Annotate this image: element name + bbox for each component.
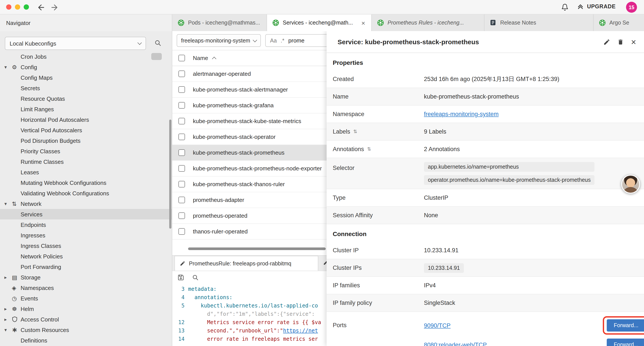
service-row[interactable]: prometheus-adapter <box>172 192 326 208</box>
notification-count-badge[interactable]: 15 <box>626 2 637 13</box>
editor-tab[interactable]: Prometheus Rules - icecheng... <box>372 14 484 31</box>
sidebar-item[interactable]: Custom Resources <box>0 325 172 335</box>
sidebar-item[interactable]: Runtime Classes <box>0 156 172 167</box>
sidebar-item[interactable]: Port Forwarding <box>0 262 172 272</box>
tree-chevron-icon[interactable] <box>4 327 12 333</box>
expand-collapse-icon[interactable] <box>353 129 357 134</box>
sidebar-item[interactable]: Endpoints <box>0 219 172 230</box>
sidebar-item[interactable]: Storage <box>0 272 172 283</box>
row-checkbox[interactable] <box>178 165 185 172</box>
tree-chevron-icon[interactable] <box>4 317 12 322</box>
service-row[interactable]: kube-prometheus-stack-alertmanager <box>172 82 326 98</box>
sidebar-item[interactable]: Resource Quotas <box>0 93 172 104</box>
editor-tab[interactable]: Argo Se <box>594 14 644 31</box>
name-column-header[interactable]: Name <box>193 55 208 61</box>
upgrade-button[interactable]: UPGRADE <box>577 3 616 10</box>
sidebar-item[interactable]: Config Maps <box>0 72 172 83</box>
sidebar-item[interactable]: Limit Ranges <box>0 104 172 114</box>
forward-arrow-icon[interactable] <box>50 3 59 12</box>
list-search-input[interactable]: Aa .* prome <box>265 34 326 47</box>
service-row[interactable]: thanos-ruler-operated <box>172 224 326 240</box>
dock-tab[interactable]: PrometheusRule: freeleaps-prod-rabbitmq <box>174 256 318 271</box>
service-row[interactable]: kube-prometheus-stack-operator <box>172 129 326 145</box>
row-checkbox[interactable] <box>178 228 185 235</box>
delete-trash-icon[interactable] <box>618 38 624 45</box>
editor-tab[interactable]: Pods - icecheng@mathmas... <box>172 14 267 31</box>
match-case-toggle[interactable]: Aa <box>270 37 277 43</box>
sort-ascending-icon[interactable] <box>212 57 216 61</box>
tree-chevron-icon[interactable] <box>4 274 12 280</box>
sidebar-item[interactable]: Namespaces <box>0 283 172 293</box>
service-row[interactable]: kube-prometheus-stack-kube-state-metrics <box>172 113 326 129</box>
sidebar-item[interactable]: Cron Jobs <box>0 51 172 62</box>
tree-chevron-icon[interactable] <box>4 306 12 312</box>
labels-count[interactable]: 9 Labels <box>424 128 446 135</box>
yaml-editor[interactable]: 3 metadata: 4 annotations: 5 kubectl.kub… <box>172 284 326 346</box>
port-forward-button[interactable]: Forward... <box>607 339 644 346</box>
port-row: 8080:reloader-web/TCP Forward... <box>424 335 644 346</box>
minimize-window-button[interactable] <box>15 4 20 10</box>
sidebar-item[interactable]: Vertical Pod Autoscalers <box>0 125 172 135</box>
sidebar-item[interactable]: Horizontal Pod Autoscalers <box>0 114 172 125</box>
service-row[interactable]: prometheus-operated <box>172 208 326 224</box>
save-icon[interactable] <box>178 274 184 281</box>
row-checkbox[interactable] <box>178 86 185 93</box>
close-icon[interactable] <box>631 37 636 46</box>
tree-chevron-icon[interactable] <box>4 64 12 70</box>
service-row[interactable]: kube-prometheus-stack-prometheus <box>172 145 326 161</box>
editor-tab[interactable]: Services - icecheng@math... <box>267 14 372 31</box>
regex-toggle[interactable]: .* <box>281 37 284 43</box>
sidebar-item[interactable]: Pod Disruption Budgets <box>0 135 172 146</box>
maximize-window-button[interactable] <box>24 4 29 10</box>
sidebar-item[interactable]: Ingresses <box>0 230 172 240</box>
select-all-checkbox[interactable] <box>178 55 185 61</box>
sidebar-item[interactable]: Mutating Webhook Configurations <box>0 177 172 188</box>
namespace-link[interactable]: freeleaps-monitoring-system <box>424 111 499 117</box>
kubeconfig-selector[interactable]: Local Kubeconfigs <box>5 37 146 50</box>
row-checkbox[interactable] <box>178 212 185 219</box>
sidebar-item[interactable]: Secrets <box>0 83 172 93</box>
service-row[interactable]: kube-prometheus-stack-thanos-ruler <box>172 177 326 192</box>
back-arrow-icon[interactable] <box>37 3 46 12</box>
editor-tab[interactable]: Release Notes <box>484 14 594 31</box>
sidebar-item[interactable]: Network <box>0 198 172 209</box>
row-checkbox[interactable] <box>178 102 185 109</box>
sidebar-item[interactable]: Config <box>0 62 172 72</box>
sidebar-scrollbar-thumb[interactable] <box>169 120 172 229</box>
user-avatar[interactable] <box>621 175 640 194</box>
port-link[interactable]: 8080:reloader-web/TCP <box>424 342 568 346</box>
annotations-count[interactable]: 2 Annotations <box>424 146 460 152</box>
tree-chevron-icon[interactable] <box>4 201 12 207</box>
sidebar-item[interactable]: Network Policies <box>0 251 172 262</box>
edit-pencil-icon[interactable] <box>604 38 610 45</box>
search-icon[interactable] <box>154 39 161 46</box>
service-row[interactable]: kube-prometheus-stack-prometheus-node-ex… <box>172 161 326 177</box>
service-row[interactable]: alertmanager-operated <box>172 66 326 82</box>
sidebar-item[interactable]: Ingress Classes <box>0 240 172 251</box>
port-forward-button[interactable]: Forward... <box>607 319 644 332</box>
close-window-button[interactable] <box>6 4 12 10</box>
row-checkbox[interactable] <box>178 134 185 140</box>
namespace-filter-dropdown[interactable]: freeleaps-monitoring-system <box>177 34 261 47</box>
service-row[interactable]: kube-prometheus-stack-grafana <box>172 98 326 113</box>
sidebar-item[interactable]: Events <box>0 293 172 304</box>
sidebar-item[interactable]: Leases <box>0 167 172 177</box>
sidebar-item[interactable]: Validating Webhook Configurations <box>0 188 172 198</box>
row-checkbox[interactable] <box>178 197 185 203</box>
sidebar-item[interactable]: Services <box>0 209 172 219</box>
row-checkbox[interactable] <box>178 70 185 77</box>
search-icon[interactable] <box>192 274 198 281</box>
sidebar-item[interactable]: Access Control <box>0 314 172 325</box>
row-checkbox[interactable] <box>178 118 185 124</box>
row-checkbox[interactable] <box>178 149 185 156</box>
port-link[interactable]: 9090/TCP <box>424 322 568 329</box>
sidebar-item[interactable]: Priority Classes <box>0 146 172 156</box>
tab-close-icon[interactable] <box>360 19 366 26</box>
horizontal-scrollbar-thumb[interactable] <box>188 248 326 250</box>
row-checkbox[interactable] <box>178 181 185 187</box>
expand-collapse-icon[interactable] <box>367 146 371 152</box>
sidebar-item[interactable]: Helm <box>0 304 172 314</box>
helm-icon <box>12 306 20 312</box>
sidebar-item[interactable]: Definitions <box>0 335 172 346</box>
notifications-bell-icon[interactable] <box>561 3 568 11</box>
